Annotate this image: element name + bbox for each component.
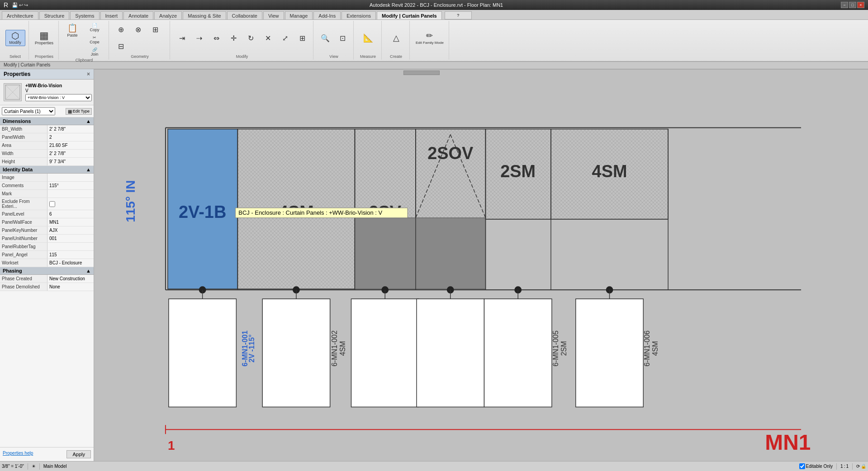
dimensions-label: Dimensions bbox=[3, 118, 31, 124]
geometry-btn-4[interactable]: ⊟ bbox=[113, 41, 129, 52]
drawing-svg[interactable]: 115° IN 2V-1B 4SM 2SV 2SOV bbox=[94, 69, 868, 461]
workset-label: Workset bbox=[0, 259, 47, 267]
ribbon-group-geometry: ⊕ ⊗ ⊞ ⊟ Geometry bbox=[110, 21, 170, 60]
offset-button[interactable]: ⇢ bbox=[191, 33, 207, 44]
prop-row-phase-demolished: Phase Demolished None bbox=[0, 283, 94, 291]
workset-icon[interactable]: 🔒 bbox=[861, 464, 866, 469]
close-button[interactable]: × bbox=[857, 2, 864, 8]
status-icons-item: ⟳ 🔒 bbox=[856, 464, 866, 469]
status-bar: 3/8" = 1'-0" ☀ Main Model Editable Only … bbox=[0, 461, 868, 471]
rotate-button[interactable]: ↻ bbox=[242, 33, 259, 44]
paste-label: Paste bbox=[67, 33, 78, 38]
width-label: Width bbox=[0, 150, 47, 157]
scale-button[interactable]: ⤢ bbox=[277, 33, 293, 44]
maximize-button[interactable]: □ bbox=[849, 2, 856, 8]
context-help-btn[interactable]: ? bbox=[445, 11, 472, 19]
identity-section-header[interactable]: Identity Data ▲ bbox=[0, 166, 94, 174]
tab-architecture[interactable]: Architecture bbox=[2, 11, 38, 19]
type-selector-area: +WW-Brio-Vision V +WW-Brio-Vision : V bbox=[0, 80, 94, 105]
tab-systems[interactable]: Systems bbox=[70, 11, 99, 19]
exclude-checkbox[interactable] bbox=[49, 201, 55, 207]
phasing-section-header[interactable]: Phasing ▲ bbox=[0, 267, 94, 275]
edit-family-mode-button[interactable]: ✏ Edit Family Mode bbox=[413, 29, 446, 47]
paste-button[interactable]: 📋 Paste bbox=[62, 22, 82, 58]
properties-close-button[interactable]: × bbox=[87, 71, 90, 77]
phase-demolished-value: None bbox=[47, 283, 94, 291]
tab-annotate[interactable]: Annotate bbox=[123, 11, 153, 19]
panel-wall-face-value: MN1 bbox=[47, 218, 94, 226]
ribbon-group-modify: ⇥ ⇢ ⇔ ✛ ↻ ✕ ⤢ ⊞ Modify bbox=[171, 21, 313, 60]
edit-type-label: Edit Type bbox=[73, 109, 90, 113]
canvas-area[interactable]: − □ × 115° IN bbox=[94, 69, 868, 461]
view-btn-2[interactable]: ⊡ bbox=[334, 33, 351, 44]
trim-button[interactable]: ✕ bbox=[260, 33, 276, 44]
area-label: Area bbox=[0, 141, 47, 149]
properties-footer: Properties help Apply bbox=[0, 447, 94, 461]
tab-extensions[interactable]: Extensions bbox=[342, 11, 376, 19]
create-btn[interactable]: △ bbox=[388, 32, 404, 44]
edit-family-icon: ✏ bbox=[426, 31, 433, 41]
type-thumbnail-svg bbox=[5, 84, 21, 100]
properties-button[interactable]: ▦ Properties bbox=[33, 29, 56, 47]
tab-collaborate[interactable]: Collaborate bbox=[227, 11, 262, 19]
ribbon-content: ⬡ Modify Select ▦ Properties Properties bbox=[0, 20, 868, 61]
mirror-button[interactable]: ⇔ bbox=[208, 33, 224, 44]
tooltip-text: BCJ - Enclosure : Curtain Panels : +WW-B… bbox=[238, 209, 382, 216]
status-detail-item: ☀ bbox=[32, 464, 36, 469]
title-text: Autodesk Revit 2022 - BCJ - Enclosure.rv… bbox=[32, 2, 841, 8]
geometry-btn-1[interactable]: ⊕ bbox=[113, 24, 129, 35]
image-input[interactable] bbox=[49, 175, 92, 180]
workset-value: BCJ - Enclosure bbox=[47, 259, 94, 267]
panel-level-label: PanelLevel bbox=[0, 210, 47, 218]
tab-structure[interactable]: Structure bbox=[39, 11, 70, 19]
sync-icon[interactable]: ⟳ bbox=[856, 464, 860, 469]
geometry-btn-3[interactable]: ⊞ bbox=[147, 24, 163, 35]
apply-button[interactable]: Apply bbox=[66, 450, 91, 458]
modify-button[interactable]: ⬡ Modify bbox=[5, 30, 25, 46]
minimize-button[interactable]: − bbox=[841, 2, 848, 8]
instance-count-select[interactable]: Curtain Panels (1) bbox=[2, 107, 55, 115]
tab-massing[interactable]: Massing & Site bbox=[183, 11, 226, 19]
tab-manage[interactable]: Manage bbox=[285, 11, 313, 19]
dimensions-section-header[interactable]: Dimensions ▲ bbox=[0, 118, 94, 125]
quick-access-redo[interactable]: ↪ bbox=[24, 2, 28, 8]
image-value[interactable] bbox=[47, 174, 94, 181]
mark-value[interactable] bbox=[47, 190, 94, 198]
tab-view[interactable]: View bbox=[263, 11, 284, 19]
view-btn-1[interactable]: 🔍 bbox=[317, 33, 333, 44]
measure-btn[interactable]: 📐 bbox=[360, 32, 376, 44]
h-scrollbar[interactable] bbox=[94, 69, 868, 75]
join-button[interactable]: 🔗 Join bbox=[83, 46, 106, 58]
properties-help-link[interactable]: Properties help bbox=[3, 451, 33, 456]
copy-button[interactable]: 📄 Copy bbox=[83, 22, 106, 33]
tab-analyze[interactable]: Analyze bbox=[154, 11, 182, 19]
tab-addins[interactable]: Add-Ins bbox=[313, 11, 341, 19]
type-dropdown[interactable]: +WW-Brio-Vision : V bbox=[25, 94, 92, 101]
tab-modify-curtain-panels[interactable]: Modify | Curtain Panels bbox=[377, 11, 442, 19]
modify-label: Modify bbox=[9, 40, 21, 45]
editable-checkbox[interactable] bbox=[799, 463, 805, 469]
mark-input[interactable] bbox=[49, 191, 92, 196]
paste-icon: 📋 bbox=[67, 23, 77, 33]
array-button[interactable]: ⊞ bbox=[294, 33, 310, 44]
clipboard-group-label: Clipboard bbox=[76, 58, 93, 62]
quick-access-undo[interactable]: ↩ bbox=[19, 2, 23, 8]
geometry-btn-2[interactable]: ⊗ bbox=[130, 24, 146, 35]
panel-2sov-label: 2SOV bbox=[427, 144, 473, 163]
exclude-value[interactable] bbox=[47, 198, 94, 210]
trim-icon: ✕ bbox=[265, 34, 271, 42]
edit-type-button[interactable]: ▦ Edit Type bbox=[66, 108, 92, 115]
move-button[interactable]: ✛ bbox=[225, 33, 242, 44]
align-icon: ⇥ bbox=[179, 34, 185, 42]
cut-button[interactable]: ✂ Cope bbox=[83, 34, 106, 46]
h-scrollbar-thumb[interactable] bbox=[403, 71, 440, 75]
quick-access-save[interactable]: 💾 bbox=[12, 2, 18, 8]
detail-icon: ☀ bbox=[32, 464, 36, 469]
align-button[interactable]: ⇥ bbox=[174, 33, 190, 44]
ribbon-group-measure: 📐 Measure bbox=[355, 21, 382, 60]
prop-row-workset: Workset BCJ - Enclosure bbox=[0, 259, 94, 267]
phasing-label: Phasing bbox=[3, 268, 22, 273]
geometry-icon-2: ⊗ bbox=[135, 25, 141, 34]
main-layout: Properties × +WW-Brio-Vision V +WW-Brio-… bbox=[0, 69, 868, 461]
tab-insert[interactable]: Insert bbox=[100, 11, 123, 19]
